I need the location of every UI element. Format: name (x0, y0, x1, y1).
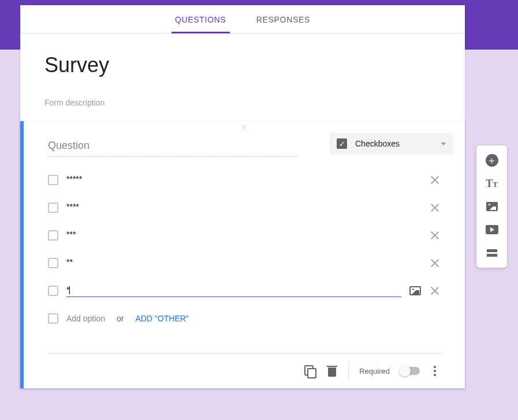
editor-tabs: QUESTIONS RESPONSES (20, 5, 465, 33)
question-footer: Required (36, 354, 452, 388)
option-row: ***** (48, 166, 441, 194)
option-row: ** (48, 249, 441, 277)
checkbox-icon (48, 230, 58, 241)
remove-option-button[interactable] (429, 257, 441, 269)
divider (348, 362, 349, 380)
option-input[interactable]: ***** (66, 174, 401, 186)
add-other-button[interactable]: ADD "OTHER" (135, 314, 188, 323)
checkbox-icon (48, 175, 58, 185)
remove-option-button[interactable] (429, 230, 441, 241)
plus-circle-icon: + (486, 154, 498, 167)
option-input[interactable]: * (66, 285, 401, 297)
duplicate-button[interactable] (304, 365, 316, 377)
section-icon (487, 249, 497, 257)
add-option-row: Add option or ADD "OTHER" (48, 305, 441, 332)
form-editor: QUESTIONS RESPONSES Survey Form descript… (20, 5, 465, 388)
question-title-input[interactable]: Question (48, 136, 297, 157)
checkbox-icon (48, 313, 58, 324)
option-row: * (48, 277, 441, 305)
tab-questions[interactable]: QUESTIONS (172, 5, 230, 33)
option-row: *** (48, 222, 441, 249)
add-option-button[interactable]: Add option (66, 314, 105, 323)
option-input[interactable]: ** (66, 257, 401, 269)
add-title-button[interactable]: TT (476, 172, 507, 195)
options-list: ***** **** *** ** * (36, 157, 452, 332)
image-icon[interactable] (409, 286, 421, 295)
form-description-placeholder[interactable]: Form description (44, 98, 441, 107)
or-separator: or (117, 314, 124, 323)
option-input[interactable]: **** (66, 202, 401, 213)
form-header-card: Survey Form description (20, 33, 465, 121)
remove-option-button[interactable] (429, 174, 441, 186)
add-video-button[interactable] (476, 218, 507, 241)
option-input[interactable]: *** (66, 230, 401, 241)
add-section-button[interactable] (476, 241, 507, 264)
question-card: ⠿ Question ✓ Checkboxes ***** **** (20, 121, 465, 388)
remove-option-button[interactable] (429, 202, 441, 213)
add-question-button[interactable]: + (476, 149, 507, 172)
option-row: **** (48, 194, 441, 222)
video-icon (486, 225, 498, 234)
delete-button[interactable] (326, 365, 338, 377)
required-label: Required (359, 367, 390, 376)
question-type-selector[interactable]: ✓ Checkboxes (330, 133, 453, 155)
checkbox-icon (48, 258, 58, 268)
text-icon: TT (486, 178, 498, 190)
checkboxes-icon: ✓ (337, 138, 347, 149)
drag-handle-icon[interactable]: ⠿ (24, 125, 465, 132)
required-toggle[interactable] (400, 367, 420, 375)
checkbox-icon (48, 202, 58, 213)
tab-responses[interactable]: RESPONSES (253, 5, 314, 33)
question-header: Question ✓ Checkboxes (36, 136, 452, 157)
add-image-button[interactable] (476, 195, 507, 218)
chevron-down-icon (441, 142, 446, 145)
checkbox-icon (48, 286, 58, 296)
form-title[interactable]: Survey (44, 53, 441, 77)
more-options-button[interactable] (430, 365, 439, 377)
remove-option-button[interactable] (429, 285, 441, 297)
question-type-label: Checkboxes (355, 139, 433, 148)
side-toolbar: + TT (476, 145, 507, 268)
image-icon (486, 202, 498, 211)
